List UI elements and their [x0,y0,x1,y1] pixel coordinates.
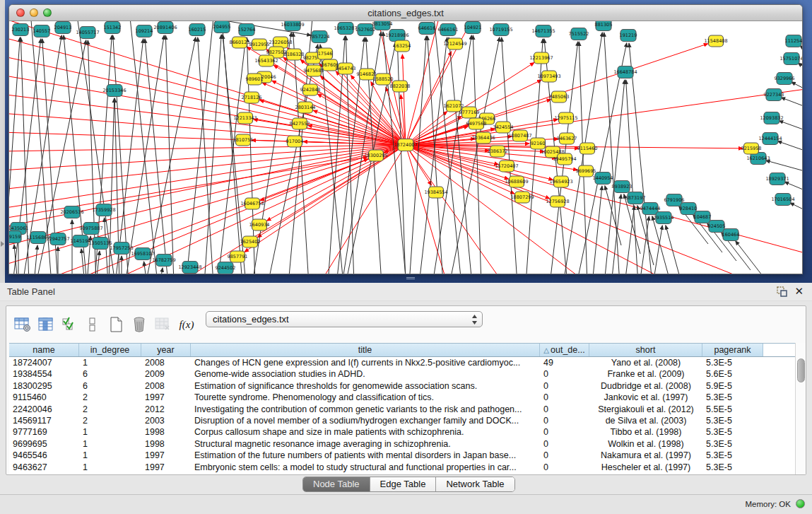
graph-node[interactable]: 924505 [708,221,726,233]
graph-node[interactable]: 92160 [531,138,546,149]
graph-node[interactable]: 2803144 [295,102,316,113]
tab-node-table[interactable]: Node Table [303,477,370,491]
graph-node[interactable]: 10719155 [489,24,512,36]
graph-node[interactable]: 8660123 [230,37,250,48]
graph-node[interactable]: 9857791 [228,251,248,262]
graph-node[interactable]: 7515522 [569,28,589,40]
graph-node[interactable]: 9777169 [459,107,480,118]
column-header-in_degree[interactable]: in_degree [79,344,141,356]
graph-node[interactable]: 881305 [595,21,613,31]
graph-node[interactable]: 928410 [680,203,698,215]
column-header-name[interactable]: name [9,344,79,356]
splitter-grip[interactable] [406,277,415,281]
table-row[interactable]: 1830029562008Estimation of significance … [9,380,795,392]
tab-network-table[interactable]: Network Table [436,477,514,491]
network-canvas[interactable]: 2302131405572049131405571715134210921420… [9,21,802,274]
table-header-row[interactable]: namein_degreeyeartitle△out_de...shortpag… [9,343,795,357]
graph-node[interactable]: 230213 [12,24,30,36]
graph-node[interactable]: 10653287 [334,23,357,35]
graph-node[interactable]: 14671355 [531,25,555,37]
graph-node[interactable]: 14055717 [76,27,99,39]
graph-node[interactable]: 7625402 [240,236,261,247]
graph-node[interactable]: 19218986 [385,30,408,42]
graph-node[interactable]: 8938923 [612,181,632,193]
column-header-year[interactable]: year [141,344,191,356]
graph-node[interactable]: 9475685 [304,65,324,76]
column-header-title[interactable]: title [191,344,540,356]
graph-node[interactable]: 1145194 [71,235,91,247]
graph-node[interactable]: 6497568 [466,118,487,129]
graph-node[interactable]: 16648784 [613,66,637,78]
table-row[interactable]: 1456911722003Disruption of a novel membe… [9,415,795,426]
window-titlebar[interactable]: citations_edges.txt [9,5,802,21]
graph-node[interactable]: 9115460 [577,143,598,154]
graph-node[interactable]: 917004 [286,136,304,147]
graph-node[interactable]: 7485063 [549,91,570,103]
graph-node[interactable]: 9244502 [216,262,236,274]
graph-node[interactable]: 2386372 [488,146,508,157]
graph-node[interactable]: 2935514 [654,212,674,224]
graph-node[interactable]: 160215 [189,24,206,36]
graph-node[interactable]: 16033809 [281,21,304,31]
select-columns-button[interactable] [34,313,57,337]
graph-node[interactable]: 18929371 [765,173,789,185]
table-row[interactable]: 2242004622012Investigating the contribut… [9,404,795,415]
graph-node[interactable]: 8454743 [336,63,356,74]
table-scrollbar[interactable] [795,343,806,474]
graph-node[interactable]: 12756928 [546,196,569,207]
close-panel-icon[interactable]: ✕ [794,285,804,298]
table-row[interactable]: 1872400712008Changes of HCN gene express… [9,357,795,368]
graph-node[interactable]: 111254 [785,35,802,47]
graph-node[interactable]: 8813054 [372,21,393,30]
table-row[interactable]: 969969511998Structural magnetic resonanc… [9,438,795,450]
select-all-button[interactable] [57,313,81,337]
graph-node[interactable]: 1810755 [233,134,254,146]
graph-node[interactable]: 140557 [33,25,51,37]
graph-node[interactable]: 2718126 [242,92,262,103]
panel-collapse-arrow-icon[interactable] [1,241,4,247]
table-mode-button[interactable] [11,313,34,337]
scrollbar-thumb[interactable] [797,358,805,382]
graph-node[interactable]: 6873197 [625,192,646,204]
tab-edge-table[interactable]: Edge Table [370,477,437,491]
graph-node[interactable]: 8912955 [249,39,270,50]
graph-node[interactable]: 204913 [54,22,72,34]
graph-node[interactable]: 104687 [694,211,712,223]
graph-node[interactable]: 15751074 [779,53,802,65]
graph-node[interactable]: 19384554 [424,187,447,198]
graph-node[interactable]: 9329966 [775,73,795,85]
graph-node[interactable]: 989601 [246,74,264,85]
column-header-short[interactable]: short [589,344,702,356]
graph-node[interactable]: 90975887 [79,223,102,235]
graph-node[interactable]: 646616 [418,23,436,35]
graph-node[interactable]: 19654923 [549,176,572,187]
table-row[interactable]: 977716911998Corpus callosum shape and si… [9,426,795,438]
graph-node[interactable]: 17359928 [92,204,115,216]
graph-node[interactable]: 10807487 [508,130,531,141]
float-panel-icon[interactable] [777,286,788,298]
graph-node[interactable]: 12093832 [760,112,783,124]
graph-node[interactable]: 9227343 [764,89,784,101]
table-selector-dropdown[interactable]: citations_edges.txt [206,311,483,327]
graph-node[interactable]: 9463627 [557,133,577,144]
graph-node[interactable]: 11548408 [704,35,727,47]
graph-node[interactable]: 39159 [9,231,21,243]
graph-node[interactable]: 12975115 [554,112,577,124]
graph-node[interactable]: 152764 [238,24,256,36]
graph-node[interactable]: 8186328 [284,49,305,60]
graph-node[interactable]: 17546 [318,48,333,59]
graph-node[interactable]: 12923448 [178,262,201,274]
delete-rows-button[interactable] [127,313,151,337]
graph-node[interactable]: 9699695 [576,165,596,177]
column-header-pagerank[interactable]: pagerank [702,344,763,356]
graph-node[interactable]: 163254 [394,40,411,52]
graph-node[interactable]: 204955 [213,21,231,33]
column-header-out_degree[interactable]: △out_de... [540,344,589,356]
function-builder-button[interactable]: f(x) [174,319,199,331]
graph-node[interactable]: 6466161 [438,24,459,36]
graph-node[interactable]: 8822038 [390,81,411,92]
graph-node[interactable]: 191219 [620,30,637,42]
graph-node[interactable]: 109214 [136,25,153,37]
graph-node[interactable]: 1640934 [249,219,270,230]
graph-node[interactable]: 3424554 [493,122,514,133]
